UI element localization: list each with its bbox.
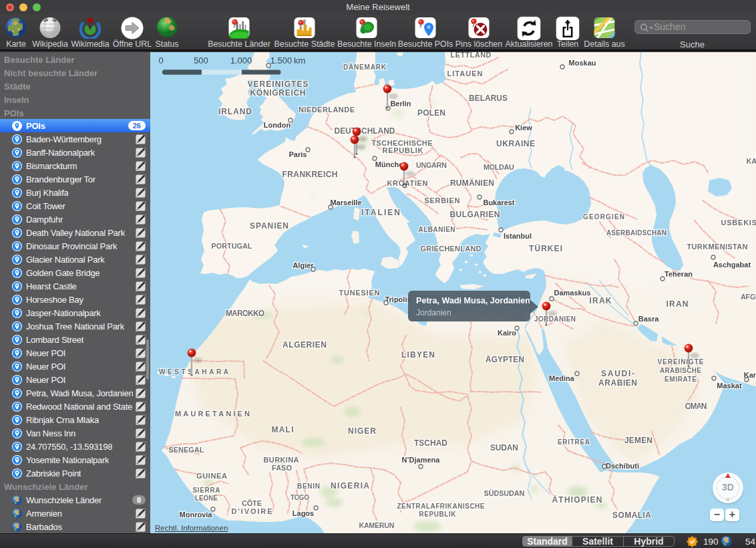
svg-text:Rechtl. Informationen: Rechtl. Informationen [155,524,228,532]
svg-text:GRIECHENLAND: GRIECHENLAND [421,245,482,253]
svg-text:BULGARIEN: BULGARIEN [450,210,500,219]
svg-text:SPANIEN: SPANIEN [250,221,289,231]
svg-text:Aschgabat: Aschgabat [713,261,751,269]
svg-text:RUMÄNIEN: RUMÄNIEN [450,178,494,188]
svg-text:TOGO: TOGO [291,494,309,501]
svg-text:GEORGIEN: GEORGIEN [583,213,624,221]
svg-text:USBEKIST: USBEKIST [721,219,756,227]
svg-text:KROATIEN: KROATIEN [387,179,428,187]
svg-text:AFGH: AFGH [741,293,756,301]
svg-text:Moskau: Moskau [569,59,596,67]
svg-text:VEREINIGTES: VEREINIGTES [248,80,309,89]
svg-text:Lagos: Lagos [293,509,314,517]
svg-text:0: 0 [158,55,163,65]
svg-text:1.500: 1.500 [270,55,293,65]
svg-text:REPUBLIK: REPUBLIK [383,146,423,154]
svg-text:SUDAN: SUDAN [490,443,518,452]
svg-text:1.000: 1.000 [230,55,252,65]
svg-text:LEONE: LEONE [195,495,218,502]
svg-text:DÄNEMARK: DÄNEMARK [343,63,387,71]
svg-text:TSCHAD: TSCHAD [414,438,447,448]
svg-text:JORDANIEN: JORDANIEN [534,315,576,323]
svg-text:IRLAND: IRLAND [218,107,252,116]
svg-text:DEUTSCHLAND: DEUTSCHLAND [335,126,395,136]
svg-text:UNGARN: UNGARN [416,161,447,169]
svg-text:FRANKREICH: FRANKREICH [282,170,338,179]
svg-text:Tripolis: Tripolis [385,295,411,303]
svg-text:IRAN: IRAN [667,299,689,309]
svg-text:EMIRATE: EMIRATE [665,376,697,383]
svg-text:Kairo: Kairo [498,329,516,337]
svg-text:ARABIEN: ARABIEN [598,378,637,388]
svg-text:ITALIEN: ITALIEN [361,208,400,217]
svg-text:KÖNIGREICH: KÖNIGREICH [250,88,306,98]
svg-text:Medina: Medina [549,374,575,382]
svg-text:Paris: Paris [289,150,307,158]
svg-text:MAURETANIEN: MAURETANIEN [175,410,250,418]
svg-text:N’Djamena: N’Djamena [402,456,441,464]
svg-text:500: 500 [194,55,208,65]
svg-text:ARABISCHE: ARABISCHE [660,367,701,374]
svg-text:VEREINIGTE: VEREINIGTE [658,358,704,366]
svg-text:NIEDERLANDE: NIEDERLANDE [299,106,355,114]
svg-text:ASERBAIDSCHAN: ASERBAIDSCHAN [606,229,667,237]
svg-text:Berlin: Berlin [390,100,411,108]
svg-text:JEMEN: JEMEN [624,436,652,445]
svg-text:ALBANIEN: ALBANIEN [419,226,455,233]
svg-text:KAS: KAS [747,157,756,165]
svg-text:SAUDI-: SAUDI- [601,369,634,378]
svg-text:CÔTE: CÔTE [242,499,262,507]
svg-text:ERITREA: ERITREA [558,438,590,446]
svg-text:MOLDAU: MOLDAU [484,163,514,171]
svg-text:BELARUS: BELARUS [469,94,508,103]
svg-text:Basra: Basra [638,315,659,323]
svg-text:PORTUGAL: PORTUGAL [212,242,252,250]
svg-text:Dschibuti: Dschibuti [606,462,639,470]
svg-text:ZENTRALAFRIKANISCHE: ZENTRALAFRIKANISCHE [397,503,485,510]
svg-text:REPUBLIK: REPUBLIK [419,511,457,518]
svg-text:Teheran: Teheran [665,270,693,278]
svg-text:London: London [264,121,291,129]
svg-text:Marseille: Marseille [330,198,361,207]
svg-text:SENEGAL: SENEGAL [169,446,204,454]
svg-text:Bukarest: Bukarest [483,198,514,207]
svg-text:TUNESIEN: TUNESIEN [339,289,380,297]
svg-text:TÜRKEI: TÜRKEI [529,243,562,253]
svg-text:SOMALIA: SOMALIA [612,511,651,520]
svg-text:KAMERUN: KAMERUN [359,521,395,529]
svg-text:ALGERIEN: ALGERIEN [282,340,327,350]
svg-text:OMAN: OMAN [685,402,707,411]
svg-text:SERBIEN: SERBIEN [425,196,460,204]
svg-text:km: km [294,55,305,65]
svg-text:SÜDSUDAN: SÜDSUDAN [484,489,525,497]
svg-text:IRAK: IRAK [590,296,612,305]
svg-text:LETTLAND: LETTLAND [451,52,492,59]
svg-text:ÄGYPTEN: ÄGYPTEN [486,354,524,364]
svg-text:NIGER: NIGER [348,426,376,436]
svg-text:Monrovia: Monrovia [180,511,213,519]
svg-text:SIERRA: SIERRA [193,487,220,494]
svg-text:BURKINA: BURKINA [264,456,299,464]
svg-text:POLEN: POLEN [417,108,445,118]
svg-text:LITAUEN: LITAUEN [447,70,483,78]
svg-text:Algier: Algier [293,261,314,269]
svg-text:ÄTHIOPIEN: ÄTHIOPIEN [552,495,602,505]
svg-text:TURKMENISTAN: TURKMENISTAN [687,243,748,251]
svg-text:MALI: MALI [272,425,294,434]
svg-text:MAROKKO: MAROKKO [226,309,264,318]
svg-text:Maskat: Maskat [717,382,742,390]
svg-text:Kiew: Kiew [515,124,532,132]
svg-text:Damaskus: Damaskus [554,289,590,297]
svg-text:FASO: FASO [272,464,292,472]
svg-text:BENIN: BENIN [297,483,320,490]
svg-text:Istanbul: Istanbul [504,232,532,240]
svg-text:UKRAINE: UKRAINE [496,139,535,148]
svg-text:GUINEA: GUINEA [196,472,227,480]
